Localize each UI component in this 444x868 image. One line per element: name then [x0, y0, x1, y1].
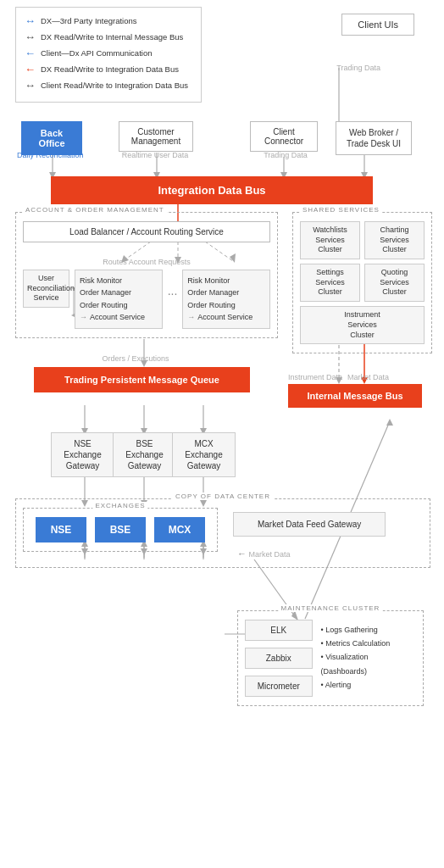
nse-label: NSE	[51, 524, 72, 536]
arrow-gray-left-icon: ↔	[25, 79, 36, 92]
market-data-arrow-text: Market Data	[249, 550, 291, 559]
order-routing-2-label: Order Routing	[187, 299, 265, 311]
nse-exchange-box: NSE	[36, 517, 86, 542]
legend-label-1: DX—3rd Party Integrations	[41, 16, 137, 25]
order-routing-1-label: Order Routing	[80, 299, 158, 311]
bse-label: BSE	[110, 524, 131, 536]
maintenance-item-3-text: Visualization (Dashboards)	[321, 653, 369, 675]
bse-exchange-box: BSE	[95, 517, 146, 542]
trading-data-top-text: Trading Data	[336, 64, 380, 72]
trading-persistent-queue-label: Trading Persistent Message Queue	[64, 375, 219, 385]
arrow-red-left-icon: ←	[25, 63, 36, 75]
account-service-2-label: Account Service	[197, 311, 253, 323]
maintenance-item-2-text: Metrics Calculation	[325, 639, 390, 648]
copy-of-data-center-text: COPY OF DATA CENTER	[175, 492, 270, 500]
daily-reconciliation-text: Daily Reconciliation	[17, 151, 84, 159]
trading-data-connector-label: Trading Data	[253, 151, 319, 159]
orders-executions-label: Orders / Executions	[51, 354, 220, 363]
legend-label-5: Client Read/Write to Integration Data Bu…	[41, 81, 188, 90]
settings-services-box: Settings Services Cluster	[300, 264, 360, 302]
exchanges-label: EXCHANGES	[92, 502, 147, 509]
client-uis-label: Client UIs	[358, 19, 398, 30]
market-data-right-text: Market Data	[347, 373, 389, 381]
maintenance-item-4: • Alerting	[321, 678, 416, 692]
daily-reconciliation-label: Daily Reconciliation	[17, 151, 84, 159]
copy-of-data-center-label: COPY OF DATA CENTER	[172, 492, 274, 500]
maintenance-item-3: • Visualization (Dashboards)	[321, 650, 416, 677]
zabbix-box: Zabbix	[245, 648, 313, 669]
client-uis-box: Client UIs	[341, 14, 414, 36]
account-order-mgmt-section: ACCOUNT & ORDER MANAGEMENT Load Balancer…	[15, 212, 278, 338]
shared-services-text: SHARED SERVICES	[302, 206, 380, 214]
shared-services-section: SHARED SERVICES Watchlists Services Clus…	[292, 212, 432, 353]
order-manager-1-label: Order Manager	[80, 287, 158, 298]
web-broker-box: Web Broker / Trade Desk UI	[336, 121, 412, 155]
account-order-mgmt-text: ACCOUNT & ORDER MANAGEMENT	[25, 206, 164, 214]
trading-data-connector-text: Trading Data	[264, 151, 308, 159]
instrument-services-label: Instrument Services Cluster	[344, 310, 380, 338]
routes-account-requests-text: Routes Account Requests	[103, 258, 191, 266]
micrometer-box: Micrometer	[245, 676, 313, 697]
market-data-right-label: Market Data	[347, 373, 389, 381]
arrow-gray-bidirectional-icon: ↔	[25, 31, 36, 43]
mcx-exchange-box: MCX	[154, 517, 205, 542]
realtime-user-data-label: Realtime User Data	[117, 151, 193, 159]
arrow-blue-left-icon: ←	[25, 47, 36, 59]
maintenance-item-1-text: Logs Gathering	[325, 626, 378, 634]
instrument-data-text: Instrument Data	[288, 373, 342, 381]
user-reconciliation-label: User Reconciliation Service	[27, 274, 75, 302]
legend-label-4: DX Read/Write to Integration Data Bus	[41, 64, 179, 74]
maintenance-cluster-text: MAINTENANCE CLUSTER	[281, 604, 380, 612]
web-broker-label: Web Broker / Trade Desk UI	[347, 128, 401, 148]
customer-management-box: Customer Management	[119, 121, 193, 152]
quoting-services-label: Quoting Services Cluster	[380, 268, 409, 296]
integration-data-bus-box: Integration Data Bus	[51, 176, 373, 204]
bse-gateway-box: BSE Exchange Gateway	[113, 432, 176, 477]
shared-services-label: SHARED SERVICES	[300, 206, 382, 214]
exchanges-label-text: EXCHANGES	[95, 502, 145, 509]
zabbix-label: Zabbix	[266, 654, 291, 663]
order-manager-2-label: Order Manager	[187, 287, 265, 298]
legend-item-5: ↔ Client Read/Write to Integration Data …	[25, 79, 192, 92]
copy-of-data-center-section: COPY OF DATA CENTER EXCHANGES NSE BSE MC…	[15, 498, 430, 568]
mcx-label: MCX	[169, 524, 191, 536]
market-data-feed-gateway-label: Market Data Feed Gateway	[258, 520, 361, 529]
arrow-blue-bidirectional-icon: ↔	[25, 14, 36, 27]
micrometer-label: Micrometer	[258, 682, 300, 691]
legend-box: ↔ DX—3rd Party Integrations ↔ DX Read/Wr…	[15, 7, 202, 103]
exchanges-section: EXCHANGES NSE BSE MCX	[23, 508, 218, 552]
legend-item-1: ↔ DX—3rd Party Integrations	[25, 14, 192, 27]
mcx-gateway-label: MCX Exchange Gateway	[185, 439, 222, 470]
watchlists-services-label: Watchlists Services Cluster	[313, 225, 347, 253]
ellipsis-text: ···	[168, 287, 178, 300]
maintenance-item-4-text: Alerting	[325, 681, 352, 689]
trading-data-top-label: Trading Data	[336, 64, 380, 72]
back-office-label: Back Office	[38, 128, 64, 148]
watchlists-services-box: Watchlists Services Cluster	[300, 221, 360, 259]
client-connector-box: Client Connector	[250, 121, 318, 152]
svg-marker-53	[386, 419, 393, 426]
account-order-mgmt-label: ACCOUNT & ORDER MANAGEMENT	[23, 206, 167, 214]
mcx-gateway-box: MCX Exchange Gateway	[172, 432, 236, 477]
risk-monitor-1-label: Risk Monitor	[80, 275, 158, 287]
client-connector-label: Client Connector	[264, 127, 303, 146]
elk-box: ELK	[245, 620, 313, 641]
maintenance-items-list: • Logs Gathering • Metrics Calculation •…	[321, 620, 416, 692]
market-data-feed-gateway-box: Market Data Feed Gateway	[233, 512, 386, 537]
maintenance-cluster-section: MAINTENANCE CLUSTER ELK Zabbix Micromete…	[237, 610, 424, 706]
integration-data-bus-label: Integration Data Bus	[158, 184, 265, 197]
legend-label-3: Client—Dx API Communication	[41, 48, 152, 58]
user-reconciliation-box: User Reconciliation Service	[23, 270, 69, 308]
orders-executions-text: Orders / Executions	[102, 354, 169, 363]
maintenance-item-1: • Logs Gathering	[321, 623, 416, 637]
internal-message-bus-label: Internal Message Bus	[307, 391, 402, 401]
nse-gateway-box: NSE Exchange Gateway	[51, 432, 114, 477]
instrument-data-label: Instrument Data	[288, 373, 342, 381]
charting-services-box: Charting Services Cluster	[364, 221, 425, 259]
settings-services-label: Settings Services Cluster	[315, 268, 345, 296]
legend-item-2: ↔ DX Read/Write to Internal Message Bus	[25, 31, 192, 43]
nse-gateway-label: NSE Exchange Gateway	[64, 439, 101, 470]
instrument-services-box: Instrument Services Cluster	[300, 306, 425, 344]
maintenance-item-2: • Metrics Calculation	[321, 637, 416, 650]
trading-persistent-queue-box: Trading Persistent Message Queue	[34, 367, 250, 392]
